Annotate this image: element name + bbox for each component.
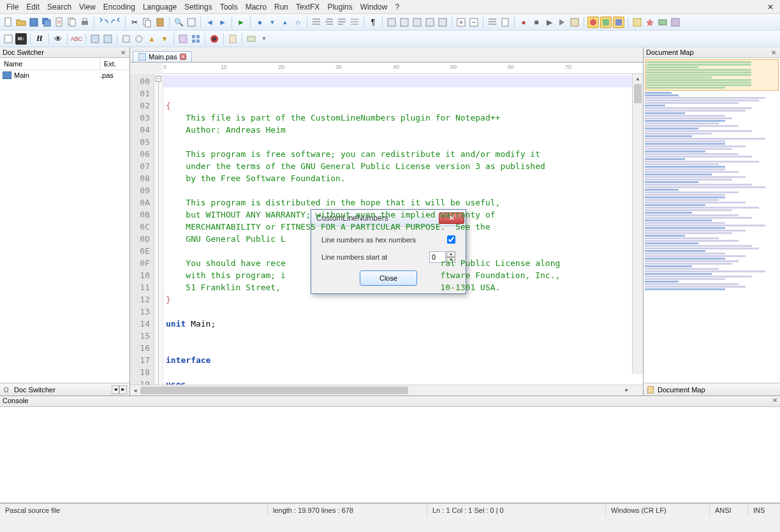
doc-switcher-item[interactable]: Main .pas <box>0 70 129 80</box>
show-all-icon[interactable] <box>349 17 360 28</box>
tb2-icon-10[interactable] <box>227 33 239 45</box>
tb2-dropdown-icon[interactable]: ▼ <box>258 33 270 45</box>
func-list-icon[interactable] <box>487 17 498 28</box>
menu-file[interactable]: File <box>3 1 22 13</box>
redo-icon[interactable] <box>110 17 122 28</box>
bookmark-prev-icon[interactable]: ▲ <box>279 17 291 28</box>
menu-window[interactable]: Window <box>357 1 392 13</box>
scroll-up-icon[interactable]: ▲ <box>633 74 643 84</box>
play-macro-icon[interactable]: ▶ <box>543 17 555 28</box>
tb2-icon-6[interactable] <box>102 33 114 45</box>
tb-icon-c[interactable] <box>411 17 423 28</box>
menu-view[interactable]: View <box>75 1 99 13</box>
doc-map-icon[interactable] <box>499 17 511 28</box>
doc-switcher-close-icon[interactable]: ✕ <box>119 49 127 56</box>
undo-icon[interactable] <box>98 17 109 28</box>
bookmark-clear-icon[interactable]: ◇ <box>292 17 304 28</box>
tb2-markdown-icon[interactable]: M↓ <box>15 33 27 45</box>
indent-icon[interactable] <box>311 17 322 28</box>
nav-fwd-icon[interactable]: ► <box>217 17 228 28</box>
menu-tools[interactable]: Tools <box>216 1 242 13</box>
new-file-icon[interactable] <box>3 17 14 28</box>
close-file-icon[interactable] <box>54 17 65 28</box>
plugin-a-icon[interactable] <box>587 17 599 28</box>
hscroll-thumb[interactable] <box>140 387 408 394</box>
run-macro-icon[interactable] <box>556 17 568 28</box>
stop-macro-icon[interactable]: ■ <box>531 17 542 28</box>
menu-settings[interactable]: Settings <box>180 1 216 13</box>
replace-icon[interactable] <box>186 17 197 28</box>
doc-switcher-footer-label[interactable]: Doc Switcher <box>14 386 55 394</box>
menu-macro[interactable]: Macro <box>242 1 270 13</box>
menu-help[interactable]: ? <box>391 1 403 13</box>
tb2-icon-9[interactable] <box>177 33 189 45</box>
rec-macro-icon[interactable]: ● <box>518 17 529 28</box>
scroll-right-icon[interactable]: ► <box>622 385 632 395</box>
tb2-down-icon[interactable]: ▼ <box>159 33 170 45</box>
footer-prev-icon[interactable]: ◄ <box>112 385 119 394</box>
status-eol[interactable]: Windows (CR LF) <box>606 504 710 517</box>
wrap-icon[interactable] <box>336 17 348 28</box>
plugin-f-icon[interactable] <box>657 17 668 28</box>
menu-plugins[interactable]: Plugins <box>323 1 356 13</box>
open-file-icon[interactable] <box>15 17 27 28</box>
code-body[interactable]: { This file is part of the CustomLineNum… <box>163 74 643 385</box>
fold-toggle-icon[interactable]: − <box>156 76 161 82</box>
plugin-b-icon[interactable] <box>600 17 612 28</box>
console-body[interactable] <box>0 407 780 503</box>
plugin-g-icon[interactable] <box>670 17 681 28</box>
close-all-icon[interactable] <box>66 17 78 28</box>
code-editor[interactable]: 000102 030405 060708 090A0B 0C0D0E 0F101… <box>130 74 643 385</box>
tb-icon-b[interactable] <box>399 17 410 28</box>
menu-encoding[interactable]: Encoding <box>99 1 139 13</box>
tb2-icon-8[interactable] <box>133 33 145 45</box>
find-icon[interactable]: 🔍 <box>173 17 184 28</box>
docmap-close-icon[interactable]: ✕ <box>770 49 777 56</box>
tb2-icon-11[interactable] <box>246 33 257 45</box>
tb2-eye-icon[interactable]: 👁 <box>52 33 64 45</box>
tb2-icon-7[interactable] <box>121 33 132 45</box>
tab-main-pas[interactable]: Main.pas ✕ <box>133 51 192 62</box>
save-all-icon[interactable] <box>41 17 52 28</box>
paste-icon[interactable] <box>154 17 166 28</box>
bookmark-next-icon[interactable]: ▼ <box>267 17 278 28</box>
outdent-icon[interactable] <box>323 17 335 28</box>
console-close-icon[interactable]: ✕ <box>772 397 777 406</box>
nav-back-icon[interactable]: ◄ <box>204 17 216 28</box>
copy-icon[interactable] <box>142 17 153 28</box>
indent-guide-icon[interactable]: ¶ <box>367 17 379 28</box>
footer-next-icon[interactable]: ► <box>119 385 127 394</box>
tb2-up-icon[interactable]: ▲ <box>146 33 158 45</box>
zoom-in-icon[interactable]: ► <box>235 17 247 28</box>
menu-search[interactable]: Search <box>43 1 75 13</box>
save-icon[interactable] <box>28 17 40 28</box>
cut-icon[interactable]: ✂ <box>129 17 140 28</box>
tb2-grid-icon[interactable] <box>190 33 202 45</box>
unfold-icon[interactable] <box>468 17 480 28</box>
tb2-h-icon[interactable]: H <box>34 33 45 45</box>
tb2-icon-1[interactable] <box>3 33 14 45</box>
tab-close-icon[interactable]: ✕ <box>180 54 186 60</box>
col-ext[interactable]: Ext. <box>100 58 129 70</box>
col-name[interactable]: Name <box>0 58 100 70</box>
tb-icon-e[interactable] <box>437 17 448 28</box>
docmap-viewport[interactable] <box>644 58 780 383</box>
status-ins[interactable]: INS <box>748 504 780 517</box>
scroll-left-icon[interactable]: ◄ <box>130 386 140 396</box>
tb2-globe-icon[interactable] <box>209 33 220 45</box>
plugin-e-icon[interactable] <box>644 17 656 28</box>
tb2-icon-5[interactable] <box>89 33 101 45</box>
tb-icon-d[interactable] <box>424 17 436 28</box>
tb2-spell-icon[interactable]: ABC <box>71 33 82 45</box>
print-icon[interactable] <box>79 17 91 28</box>
plugin-d-icon[interactable] <box>631 17 643 28</box>
status-encoding[interactable]: ANSI <box>710 504 748 517</box>
menu-edit[interactable]: Edit <box>22 1 43 13</box>
horizontal-scrollbar[interactable]: ◄ ► <box>130 385 643 395</box>
window-close-icon[interactable]: ✕ <box>763 1 777 13</box>
fold-icon[interactable] <box>455 17 467 28</box>
tb-icon-a[interactable] <box>386 17 397 28</box>
menu-textfx[interactable]: TextFX <box>292 1 323 13</box>
menu-run[interactable]: Run <box>270 1 292 13</box>
menu-language[interactable]: Language <box>139 1 180 13</box>
